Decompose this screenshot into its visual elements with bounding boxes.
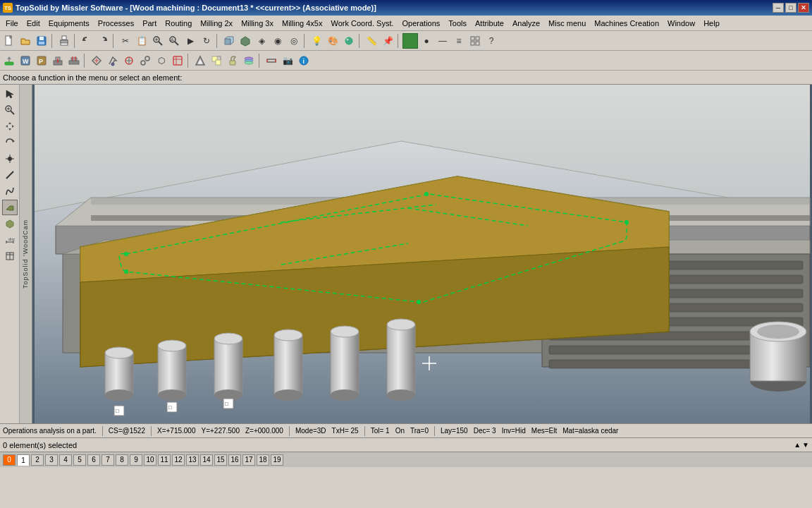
menu-attribute[interactable]: Attribute: [471, 18, 508, 29]
tab-8[interactable]: 8: [116, 454, 128, 466]
scroll-up[interactable]: ▲: [794, 441, 801, 449]
tb2-lock[interactable]: [225, 53, 240, 68]
menu-milling4x5x[interactable]: Milling 4x5x: [278, 18, 326, 29]
menu-milling2x[interactable]: Milling 2x: [196, 18, 237, 29]
tab-13[interactable]: 13: [186, 454, 199, 466]
tb2-1[interactable]: [1, 53, 17, 68]
lt-curve[interactable]: [2, 183, 18, 199]
lt-point[interactable]: [2, 151, 18, 167]
tab-19[interactable]: 19: [271, 454, 283, 466]
tab-15[interactable]: 15: [214, 454, 227, 466]
tb-view3[interactable]: ◉: [270, 33, 285, 49]
tab-6[interactable]: 6: [87, 454, 100, 466]
tb2-13[interactable]: [209, 53, 224, 68]
tb-zoom-window[interactable]: [150, 33, 166, 49]
tb2-9[interactable]: [137, 53, 153, 68]
tb2-12[interactable]: [192, 53, 208, 68]
tab-4[interactable]: 4: [59, 454, 72, 466]
lt-zoom[interactable]: [2, 102, 18, 118]
tb-undo[interactable]: [79, 33, 94, 49]
menu-equipments[interactable]: Equipments: [44, 18, 94, 29]
menu-window[interactable]: Window: [663, 18, 699, 29]
tab-14[interactable]: 14: [200, 454, 213, 466]
tab-7[interactable]: 7: [102, 454, 114, 466]
tb2-3[interactable]: P: [34, 53, 49, 68]
tb2-5[interactable]: [66, 53, 82, 68]
tab-3[interactable]: 3: [45, 454, 58, 466]
menu-part[interactable]: Part: [138, 18, 161, 29]
tb-color-green[interactable]: [402, 33, 418, 49]
title-controls[interactable]: ─ □ ✕: [773, 3, 809, 13]
tb-cut[interactable]: ✂: [118, 33, 133, 49]
tb-render[interactable]: [341, 33, 357, 49]
tb2-2[interactable]: W: [18, 53, 33, 68]
close-button[interactable]: ✕: [798, 3, 809, 13]
tb-measure[interactable]: 📏: [364, 33, 379, 49]
minimize-button[interactable]: ─: [773, 3, 784, 13]
tb-3d-view[interactable]: [221, 33, 237, 49]
tb-line[interactable]: —: [435, 33, 450, 49]
tb-view4[interactable]: ◎: [286, 33, 302, 49]
maximize-button[interactable]: □: [785, 3, 796, 13]
tb-save[interactable]: [34, 33, 49, 49]
tab-1[interactable]: 1: [17, 454, 30, 466]
menu-misc[interactable]: Misc menu: [544, 18, 590, 29]
tb-print[interactable]: [56, 33, 72, 49]
menu-processes[interactable]: Processes: [94, 18, 138, 29]
tb-material[interactable]: 🎨: [325, 33, 340, 49]
tab-5[interactable]: 5: [73, 454, 86, 466]
tab-11[interactable]: 11: [158, 454, 171, 466]
tab-18[interactable]: 18: [257, 454, 269, 466]
tb2-4[interactable]: [50, 53, 66, 68]
menu-file[interactable]: File: [1, 18, 23, 29]
menu-machines[interactable]: Machines Creation: [590, 18, 663, 29]
tab-16[interactable]: 16: [228, 454, 241, 466]
tb2-7[interactable]: [105, 53, 121, 68]
tb-select[interactable]: ▶: [183, 33, 198, 49]
lt-surface[interactable]: [2, 200, 18, 215]
tb-rotate[interactable]: ↻: [199, 33, 214, 49]
tb2-camera[interactable]: 📷: [280, 53, 295, 68]
lt-dimension[interactable]: dim: [2, 232, 18, 248]
tb-view1[interactable]: [238, 33, 253, 49]
tb2-8[interactable]: [121, 53, 137, 68]
tb2-11[interactable]: [170, 53, 185, 68]
tab-9[interactable]: 9: [130, 454, 142, 466]
lt-pan[interactable]: [2, 119, 18, 134]
tb-help-btn[interactable]: ?: [484, 33, 499, 49]
tb2-6[interactable]: [89, 53, 104, 68]
3d-viewport[interactable]: TopSolid 'WoodCam: [20, 85, 812, 423]
tab-12[interactable]: 12: [172, 454, 185, 466]
menu-workcoord[interactable]: Work Coord. Syst.: [326, 18, 398, 29]
menu-tools[interactable]: Tools: [444, 18, 471, 29]
tb2-10[interactable]: ⬡: [154, 53, 169, 68]
tb-view2[interactable]: ◈: [254, 33, 269, 49]
tab-2[interactable]: 2: [31, 454, 44, 466]
tb2-measure2[interactable]: [264, 53, 279, 68]
tb2-info[interactable]: i: [296, 53, 312, 68]
tb-light[interactable]: 💡: [309, 33, 324, 49]
menu-analyze[interactable]: Analyze: [508, 18, 544, 29]
menu-edit[interactable]: Edit: [23, 18, 44, 29]
tab-17[interactable]: 17: [242, 454, 255, 466]
tb-zoom-all[interactable]: A: [166, 33, 182, 49]
tb-open[interactable]: [18, 33, 33, 49]
tb2-layers[interactable]: [241, 53, 257, 68]
lt-solid[interactable]: [2, 216, 18, 231]
tab-10[interactable]: 10: [144, 454, 156, 466]
tb-snap[interactable]: [467, 33, 483, 49]
lt-table[interactable]: [2, 248, 18, 264]
menu-routing[interactable]: Routing: [161, 18, 196, 29]
tb-redo[interactable]: [95, 33, 111, 49]
lt-select[interactable]: [2, 86, 18, 102]
scroll-down[interactable]: ▼: [802, 441, 809, 449]
lt-line[interactable]: [2, 167, 18, 183]
tb-annotation[interactable]: 📌: [380, 33, 395, 49]
lt-rotate-view[interactable]: [2, 135, 18, 150]
tb-dot[interactable]: ●: [419, 33, 434, 49]
menu-operations[interactable]: Operations: [398, 18, 445, 29]
tb-new[interactable]: [1, 33, 17, 49]
tb-copy[interactable]: 📋: [134, 33, 149, 49]
menu-help[interactable]: Help: [699, 18, 724, 29]
menu-milling3x[interactable]: Milling 3x: [237, 18, 278, 29]
